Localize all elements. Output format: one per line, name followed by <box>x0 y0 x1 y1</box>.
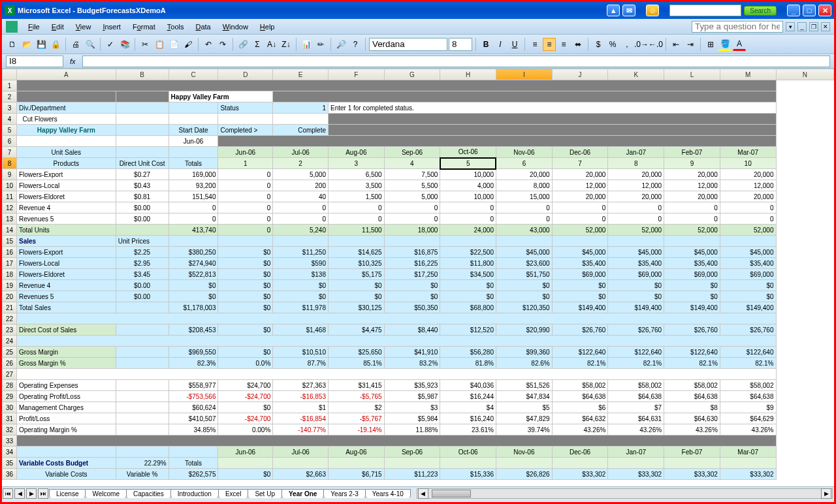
cell[interactable]: -$5,765 <box>329 391 385 402</box>
cell[interactable] <box>116 324 169 336</box>
sheet-tab-License[interactable]: License <box>49 489 86 498</box>
cell[interactable]: 0 <box>218 202 273 213</box>
help-dropdown-icon[interactable]: ▾ <box>786 22 795 31</box>
cell[interactable]: $2.25 <box>116 247 169 258</box>
cell[interactable] <box>218 458 273 469</box>
cell[interactable]: Sep-06 <box>384 147 440 158</box>
cell[interactable]: $35,400 <box>608 258 664 269</box>
cell[interactable]: Variable Costs <box>16 469 116 480</box>
cell[interactable]: $31,415 <box>329 380 385 391</box>
cell[interactable]: 3,500 <box>329 180 385 191</box>
permission-icon[interactable]: 🔒 <box>49 38 62 51</box>
cell[interactable] <box>169 147 218 158</box>
cell[interactable]: 10 <box>720 158 776 169</box>
cell[interactable]: Dec-06 <box>552 147 608 158</box>
cell[interactable] <box>116 424 169 435</box>
formula-input[interactable] <box>82 55 830 67</box>
row-header-21[interactable]: 21 <box>3 302 17 313</box>
cell[interactable]: 52,000 <box>664 225 720 236</box>
cell[interactable] <box>218 114 273 125</box>
sheet-tab-Year-One[interactable]: Year One <box>281 489 324 498</box>
cell[interactable]: Operating Margin % <box>16 424 116 435</box>
cell[interactable]: $149,400 <box>608 302 664 313</box>
cell[interactable]: $45,000 <box>664 247 720 258</box>
cell[interactable] <box>273 91 776 102</box>
font-color-icon[interactable]: A <box>733 38 746 51</box>
cell[interactable]: 43.26% <box>664 424 720 435</box>
cell[interactable]: 8 <box>608 158 664 169</box>
cell[interactable]: $0 <box>329 291 385 302</box>
cell[interactable]: $0 <box>218 247 273 258</box>
cell[interactable]: $3 <box>384 402 440 413</box>
cell[interactable]: Operating Expenses <box>16 380 116 391</box>
cell[interactable]: Totals <box>169 458 218 469</box>
cell[interactable]: 0 <box>440 202 496 213</box>
cell[interactable]: 43.26% <box>608 424 664 435</box>
cell[interactable] <box>273 114 329 125</box>
cell[interactable] <box>116 358 169 369</box>
cell[interactable]: 15,000 <box>496 191 552 202</box>
cell[interactable]: $64,638 <box>720 391 776 402</box>
cell[interactable]: 12,000 <box>720 180 776 191</box>
cell[interactable]: $0 <box>273 291 329 302</box>
cell[interactable]: $26,760 <box>608 324 664 336</box>
cell[interactable]: $7 <box>608 402 664 413</box>
cell[interactable]: $0.00 <box>116 280 169 291</box>
cell[interactable]: 8,000 <box>496 180 552 191</box>
cell[interactable]: $0.00 <box>116 213 169 225</box>
cell[interactable]: $16,875 <box>384 247 440 258</box>
cell[interactable]: $26,826 <box>496 469 552 480</box>
name-box[interactable] <box>6 55 63 67</box>
col-header-K[interactable]: K <box>608 69 664 80</box>
cell[interactable]: 81.8% <box>440 358 496 369</box>
doc-close-button[interactable]: ✕ <box>821 22 830 31</box>
cell[interactable]: $149,400 <box>720 302 776 313</box>
cell[interactable]: 151,540 <box>169 191 218 202</box>
cell[interactable]: Aug-06 <box>329 147 385 158</box>
row-header-8[interactable]: 8 <box>3 158 17 169</box>
menu-file[interactable]: File <box>23 21 45 33</box>
cell[interactable]: Completed > <box>218 125 273 136</box>
cell[interactable]: $24,700 <box>218 380 273 391</box>
cell[interactable]: Revenue 4 <box>16 202 116 213</box>
italic-button[interactable]: I <box>494 38 507 51</box>
cell[interactable]: 0 <box>384 202 440 213</box>
row-header-27[interactable]: 27 <box>3 369 17 380</box>
cell[interactable]: 2 <box>273 158 329 169</box>
fx-icon[interactable]: fx <box>70 57 76 65</box>
col-header-H[interactable]: H <box>440 69 496 80</box>
cell[interactable]: $35,400 <box>664 258 720 269</box>
cell[interactable]: 413,740 <box>169 225 218 236</box>
cell[interactable]: $2,663 <box>273 469 329 480</box>
cell[interactable]: -$24,700 <box>218 391 273 402</box>
cell[interactable]: $20,990 <box>496 324 552 336</box>
borders-icon[interactable]: ⊞ <box>704 38 717 51</box>
cell[interactable]: 6 <box>496 158 552 169</box>
cell[interactable]: $69,000 <box>608 269 664 280</box>
cell[interactable]: $0 <box>496 280 552 291</box>
cell[interactable]: $120,350 <box>496 302 552 313</box>
cell[interactable]: -$24,700 <box>218 413 273 424</box>
sheet-tab-Years-4-10[interactable]: Years 4-10 <box>365 489 411 498</box>
tab-next-icon[interactable]: ▶ <box>26 488 37 499</box>
row-header-14[interactable]: 14 <box>3 225 17 236</box>
cell[interactable]: $0 <box>218 258 273 269</box>
cell[interactable]: Jul-06 <box>273 447 329 458</box>
row-header-1[interactable]: 1 <box>3 80 17 91</box>
cell[interactable]: $0.27 <box>116 169 169 180</box>
cell[interactable]: $58,002 <box>720 380 776 391</box>
cell[interactable]: Variable Costs Budget <box>16 458 116 469</box>
cell[interactable]: 82.1% <box>552 358 608 369</box>
cell[interactable]: $2.95 <box>116 258 169 269</box>
cell[interactable]: $27,363 <box>273 380 329 391</box>
col-header-C[interactable]: C <box>169 69 218 80</box>
cell[interactable]: $50,350 <box>384 302 440 313</box>
cell[interactable]: $1,178,003 <box>169 302 218 313</box>
cell[interactable]: 5,500 <box>384 180 440 191</box>
cell[interactable] <box>329 236 385 247</box>
cell[interactable] <box>664 458 720 469</box>
cell[interactable]: $0 <box>664 291 720 302</box>
search-button[interactable]: Search <box>744 6 777 16</box>
bold-button[interactable]: B <box>479 38 492 51</box>
row-header-34[interactable]: 34 <box>3 447 17 458</box>
